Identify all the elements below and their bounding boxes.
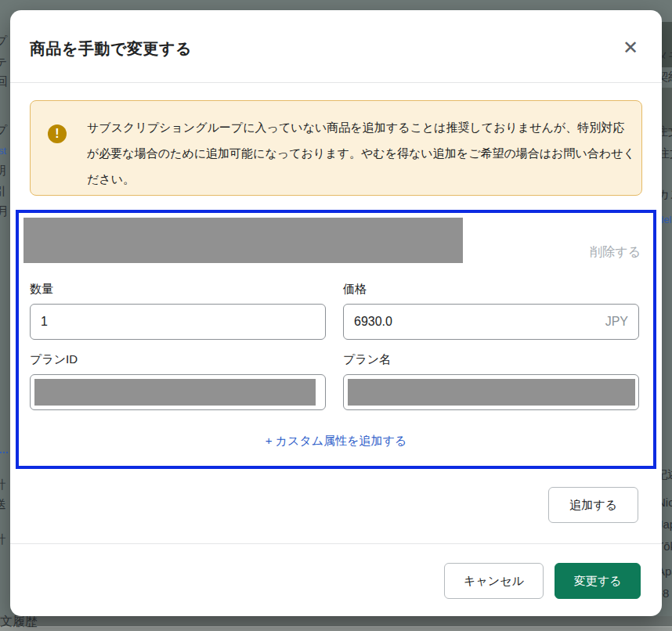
plan-id-label: プランID: [30, 352, 78, 367]
background-text-fragment: プ: [0, 34, 7, 46]
redacted-plan-id: [34, 379, 316, 406]
background-text-fragment: 送: [0, 498, 6, 510]
plan-name-input[interactable]: [343, 374, 639, 410]
background-text-fragment: 計: [0, 533, 6, 545]
submit-button[interactable]: 変更する: [555, 563, 641, 599]
background-text-fragment: 文履歴: [0, 615, 38, 628]
cancel-button[interactable]: キャンセル: [444, 563, 544, 599]
quantity-value: 1: [41, 315, 48, 329]
plan-name-label: プラン名: [343, 352, 391, 367]
add-button[interactable]: 追加する: [548, 487, 638, 523]
background-text-fragment: 月: [0, 205, 9, 217]
modal-header: 商品を手動で変更する ✕: [10, 10, 662, 82]
background-text-fragment: 計: [0, 478, 6, 490]
change-product-modal: 商品を手動で変更する ✕ ! サブスクリプショングループに入っていない商品を追加…: [10, 10, 662, 616]
redacted-plan-name: [348, 379, 635, 406]
background-text-fragment: 回: [0, 75, 8, 87]
background-text-fragment: 引: [0, 185, 6, 197]
background-text-fragment: 明: [0, 164, 6, 176]
price-value: 6930.0: [354, 315, 392, 329]
redacted-product-name: [23, 218, 463, 263]
warning-banner: ! サブスクリプショングループに入っていない商品を追加することは推奨しておりませ…: [30, 100, 642, 196]
warning-text: サブスクリプショングループに入っていない商品を追加することは推奨しておりませんが…: [87, 114, 635, 192]
background-text-fragment: プ: [0, 124, 7, 135]
price-label: 価格: [343, 282, 367, 297]
delete-link[interactable]: 削除する: [590, 244, 641, 261]
header-divider: [10, 82, 662, 83]
currency-suffix: JPY: [605, 315, 628, 329]
close-icon[interactable]: ✕: [616, 34, 645, 62]
price-input[interactable]: 6930.0 JPY: [343, 304, 639, 340]
product-line-item-section: 削除する 数量 価格 1 6930.0 JPY プランID プラン名 + カスタ…: [16, 210, 656, 469]
quantity-input[interactable]: 1: [30, 304, 326, 340]
background-text-fragment: テ: [0, 56, 7, 68]
background-dotted-fragment: [0, 452, 8, 453]
warning-icon: !: [48, 124, 67, 143]
add-custom-attribute-link[interactable]: + カスタム属性を追加する: [19, 434, 653, 449]
backdrop-band: [0, 626, 672, 631]
footer-divider: [10, 543, 662, 544]
modal-footer: キャンセル 変更する: [444, 563, 641, 599]
plan-id-input[interactable]: [30, 374, 326, 410]
quantity-label: 数量: [30, 282, 53, 297]
modal-title: 商品を手動で変更する: [30, 38, 192, 59]
background-text-fragment: st: [0, 146, 6, 156]
